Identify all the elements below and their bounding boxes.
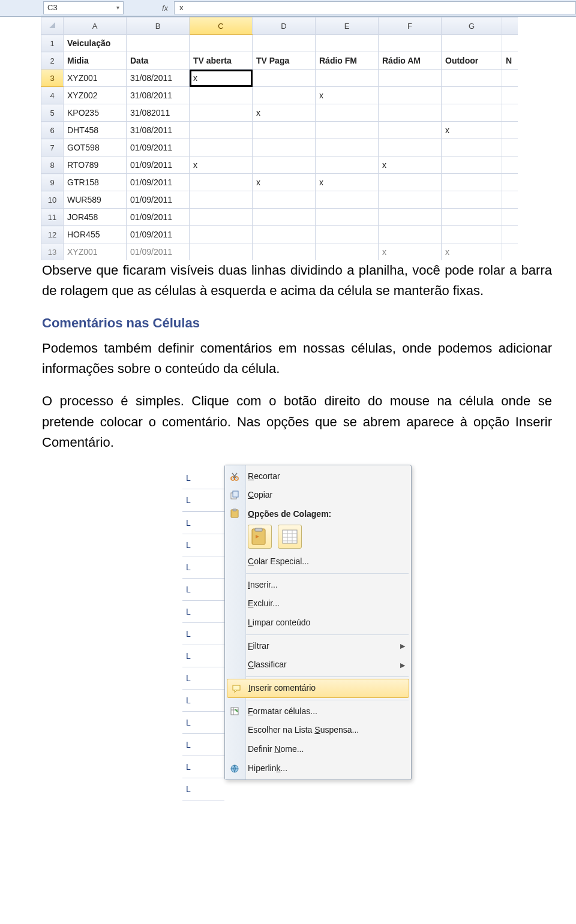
row-header[interactable]: 6 — [41, 122, 64, 139]
cell[interactable] — [442, 156, 502, 174]
cell[interactable] — [190, 174, 253, 191]
cell[interactable]: Rádio AM — [379, 52, 442, 70]
cell[interactable] — [442, 35, 502, 52]
name-box[interactable]: C3 ▾ — [43, 1, 124, 14]
cell[interactable]: x — [379, 243, 442, 261]
cell[interactable]: Midia — [64, 52, 127, 70]
corner-cell[interactable] — [41, 17, 64, 35]
menu-item[interactable]: Filtrar▶ — [225, 637, 411, 656]
cell[interactable] — [379, 191, 442, 209]
cell[interactable] — [190, 139, 253, 156]
cell[interactable]: XYZ001 — [64, 243, 127, 261]
cell[interactable]: x — [379, 156, 442, 174]
row-header[interactable]: 1 — [41, 35, 64, 52]
cell[interactable] — [253, 191, 316, 209]
cell[interactable] — [316, 243, 379, 261]
cell[interactable]: 01/09/2011 — [127, 174, 190, 191]
menu-item[interactable]: Colar Especial... — [225, 552, 411, 571]
cell[interactable]: x — [190, 156, 253, 174]
cell[interactable] — [190, 209, 253, 226]
cell[interactable] — [379, 174, 442, 191]
cell[interactable]: Veiculação — [64, 35, 127, 52]
menu-item[interactable]: Inserir comentário — [227, 679, 409, 698]
menu-item[interactable]: Escolher na Lista Suspensa... — [225, 721, 411, 740]
cell[interactable] — [502, 87, 518, 104]
cell[interactable]: GTR158 — [64, 174, 127, 191]
cell[interactable] — [442, 139, 502, 156]
cell[interactable]: 01/09/2011 — [127, 139, 190, 156]
spreadsheet-grid[interactable]: ABCDEFG1Veiculação2MidiaDataTV abertaTV … — [41, 17, 518, 260]
cell[interactable] — [502, 122, 518, 139]
cell[interactable] — [127, 35, 190, 52]
menu-item[interactable]: Inserir... — [225, 576, 411, 595]
cell[interactable] — [316, 209, 379, 226]
cell[interactable] — [253, 122, 316, 139]
cell[interactable] — [316, 139, 379, 156]
cell[interactable]: x — [316, 174, 379, 191]
menu-item[interactable]: Formatar células... — [225, 702, 411, 721]
cell[interactable] — [190, 191, 253, 209]
cell[interactable] — [253, 70, 316, 87]
menu-item[interactable]: Definir Nome... — [225, 740, 411, 759]
cell[interactable]: 01/09/2011 — [127, 191, 190, 209]
cell[interactable]: x — [442, 122, 502, 139]
cell[interactable] — [316, 191, 379, 209]
cell[interactable] — [190, 104, 253, 122]
row-header[interactable]: 3 — [41, 70, 64, 87]
menu-item[interactable]: Limpar conteúdo — [225, 613, 411, 633]
column-header[interactable]: G — [442, 17, 502, 35]
row-header[interactable]: 2 — [41, 52, 64, 70]
cell[interactable]: 01/09/2011 — [127, 209, 190, 226]
cell[interactable] — [442, 70, 502, 87]
cell[interactable]: TV aberta — [190, 52, 253, 70]
cell[interactable]: 31/08/2011 — [127, 70, 190, 87]
cell[interactable] — [502, 35, 518, 52]
cell[interactable] — [379, 35, 442, 52]
fx-icon[interactable]: fx — [126, 4, 172, 13]
cell[interactable] — [253, 243, 316, 261]
cell[interactable] — [442, 104, 502, 122]
column-header[interactable] — [502, 17, 518, 35]
cell[interactable]: Data — [127, 52, 190, 70]
cell[interactable] — [379, 226, 442, 243]
cell[interactable] — [190, 226, 253, 243]
cell[interactable] — [502, 243, 518, 261]
cell[interactable]: x — [190, 70, 253, 87]
cell[interactable]: x — [253, 174, 316, 191]
cell[interactable]: GOT598 — [64, 139, 127, 156]
cell[interactable] — [379, 139, 442, 156]
cell[interactable] — [316, 226, 379, 243]
cell[interactable] — [316, 156, 379, 174]
column-header[interactable]: C — [190, 17, 253, 35]
cell[interactable] — [190, 122, 253, 139]
cell[interactable] — [316, 70, 379, 87]
cell[interactable]: 01/09/2011 — [127, 156, 190, 174]
paste-icon[interactable] — [248, 525, 272, 549]
name-box-dropdown-icon[interactable]: ▾ — [116, 2, 119, 13]
cell[interactable] — [442, 174, 502, 191]
paste-values-icon[interactable] — [278, 525, 302, 549]
column-header[interactable]: B — [127, 17, 190, 35]
cell[interactable]: x — [316, 87, 379, 104]
cell[interactable] — [502, 156, 518, 174]
cell[interactable]: DHT458 — [64, 122, 127, 139]
cell[interactable] — [379, 209, 442, 226]
menu-item[interactable]: Classificar▶ — [225, 655, 411, 675]
cell[interactable] — [316, 35, 379, 52]
cell[interactable]: 31/082011 — [127, 104, 190, 122]
cell[interactable]: RTO789 — [64, 156, 127, 174]
row-header[interactable]: 7 — [41, 139, 64, 156]
cell[interactable] — [316, 104, 379, 122]
cell[interactable]: XYZ001 — [64, 70, 127, 87]
formula-input[interactable]: x — [174, 1, 576, 14]
cell[interactable] — [253, 139, 316, 156]
row-header[interactable]: 11 — [41, 209, 64, 226]
cell[interactable] — [379, 70, 442, 87]
cell[interactable] — [379, 87, 442, 104]
cell[interactable]: TV Paga — [253, 52, 316, 70]
column-header[interactable]: A — [64, 17, 127, 35]
cell[interactable] — [442, 87, 502, 104]
cell[interactable] — [253, 156, 316, 174]
row-header[interactable]: 9 — [41, 174, 64, 191]
row-header[interactable]: 5 — [41, 104, 64, 122]
